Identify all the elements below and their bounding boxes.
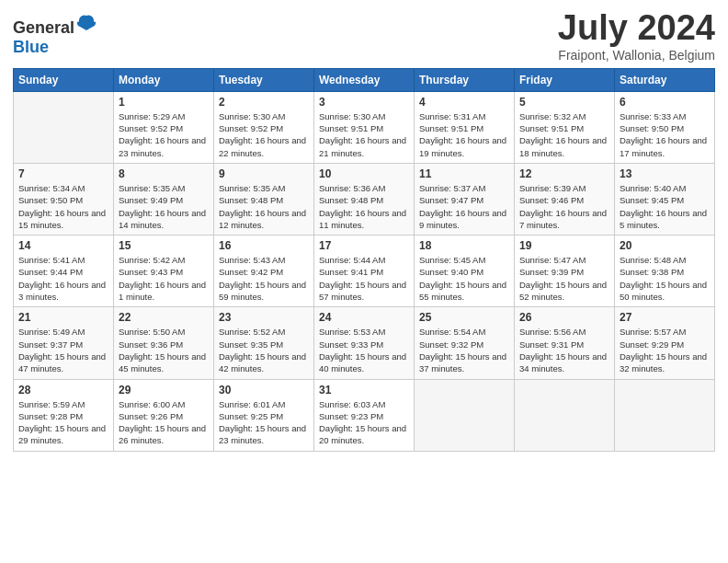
calendar-body: 1 Sunrise: 5:29 AMSunset: 9:52 PMDayligh… [14, 91, 715, 451]
calendar-cell: 30 Sunrise: 6:01 AMSunset: 9:25 PMDaylig… [214, 379, 314, 451]
header-thursday: Thursday [415, 68, 515, 91]
calendar-cell: 20 Sunrise: 5:48 AMSunset: 9:38 PMDaylig… [615, 236, 715, 307]
header-friday: Friday [515, 68, 615, 91]
main-container: General Blue July 2024 Fraipont, Walloni… [0, 0, 728, 461]
calendar-cell: 13 Sunrise: 5:40 AMSunset: 9:45 PMDaylig… [615, 163, 715, 235]
calendar-cell: 7 Sunrise: 5:34 AMSunset: 9:50 PMDayligh… [14, 163, 114, 235]
day-number: 31 [319, 384, 409, 396]
logo-text-general: General [13, 18, 74, 37]
calendar-cell: 21 Sunrise: 5:49 AMSunset: 9:37 PMDaylig… [14, 307, 114, 379]
calendar-week-4: 21 Sunrise: 5:49 AMSunset: 9:37 PMDaylig… [14, 307, 715, 379]
calendar-cell: 29 Sunrise: 6:00 AMSunset: 9:26 PMDaylig… [114, 379, 214, 451]
calendar-cell: 24 Sunrise: 5:53 AMSunset: 9:33 PMDaylig… [314, 307, 415, 379]
calendar-week-3: 14 Sunrise: 5:41 AMSunset: 9:44 PMDaylig… [14, 236, 715, 307]
day-info: Sunrise: 5:43 AMSunset: 9:42 PMDaylight:… [219, 255, 306, 302]
day-info: Sunrise: 5:45 AMSunset: 9:40 PMDaylight:… [419, 255, 506, 302]
day-info: Sunrise: 5:30 AMSunset: 9:52 PMDaylight:… [219, 111, 306, 158]
day-info: Sunrise: 5:54 AMSunset: 9:32 PMDaylight:… [419, 327, 506, 373]
day-info: Sunrise: 5:39 AMSunset: 9:46 PMDaylight:… [519, 183, 607, 230]
day-number: 10 [319, 167, 409, 180]
calendar-cell: 3 Sunrise: 5:30 AMSunset: 9:51 PMDayligh… [314, 91, 415, 163]
day-info: Sunrise: 6:00 AMSunset: 9:26 PMDaylight:… [119, 399, 206, 446]
calendar-cell: 26 Sunrise: 5:56 AMSunset: 9:31 PMDaylig… [515, 307, 615, 379]
day-info: Sunrise: 5:31 AMSunset: 9:51 PMDaylight:… [419, 111, 506, 158]
day-info: Sunrise: 5:35 AMSunset: 9:49 PMDaylight:… [119, 183, 206, 230]
day-number: 14 [18, 239, 108, 252]
day-number: 30 [219, 384, 309, 396]
header-row: Sunday Monday Tuesday Wednesday Thursday… [14, 68, 715, 91]
calendar-cell: 10 Sunrise: 5:36 AMSunset: 9:48 PMDaylig… [314, 163, 415, 235]
header-wednesday: Wednesday [314, 68, 415, 91]
day-info: Sunrise: 5:47 AMSunset: 9:39 PMDaylight:… [519, 255, 607, 302]
calendar-cell: 5 Sunrise: 5:32 AMSunset: 9:51 PMDayligh… [515, 91, 615, 163]
day-info: Sunrise: 5:32 AMSunset: 9:51 PMDaylight:… [519, 111, 607, 158]
day-info: Sunrise: 5:44 AMSunset: 9:41 PMDaylight:… [319, 255, 406, 302]
calendar-cell: 6 Sunrise: 5:33 AMSunset: 9:50 PMDayligh… [615, 91, 715, 163]
calendar-cell: 18 Sunrise: 5:45 AMSunset: 9:40 PMDaylig… [415, 236, 515, 307]
calendar-cell [615, 379, 715, 451]
day-info: Sunrise: 5:48 AMSunset: 9:38 PMDaylight:… [620, 255, 707, 302]
day-info: Sunrise: 5:59 AMSunset: 9:28 PMDaylight:… [18, 399, 106, 446]
day-number: 3 [319, 96, 409, 109]
location-subtitle: Fraipont, Wallonia, Belgium [558, 48, 715, 63]
day-info: Sunrise: 6:03 AMSunset: 9:23 PMDaylight:… [319, 399, 406, 446]
day-number: 2 [219, 96, 309, 109]
day-info: Sunrise: 5:52 AMSunset: 9:35 PMDaylight:… [219, 327, 306, 373]
day-info: Sunrise: 5:49 AMSunset: 9:37 PMDaylight:… [18, 327, 106, 373]
logo-content: General Blue [13, 13, 97, 57]
calendar-cell: 17 Sunrise: 5:44 AMSunset: 9:41 PMDaylig… [314, 236, 415, 307]
calendar-cell: 14 Sunrise: 5:41 AMSunset: 9:44 PMDaylig… [14, 236, 114, 307]
day-number: 19 [519, 239, 609, 252]
day-info: Sunrise: 5:50 AMSunset: 9:36 PMDaylight:… [119, 327, 206, 373]
calendar-cell: 22 Sunrise: 5:50 AMSunset: 9:36 PMDaylig… [114, 307, 214, 379]
calendar-cell: 1 Sunrise: 5:29 AMSunset: 9:52 PMDayligh… [114, 91, 214, 163]
day-number: 27 [620, 311, 710, 324]
day-number: 12 [519, 167, 609, 180]
calendar-cell: 15 Sunrise: 5:42 AMSunset: 9:43 PMDaylig… [114, 236, 214, 307]
day-number: 23 [219, 311, 309, 324]
day-info: Sunrise: 5:33 AMSunset: 9:50 PMDaylight:… [620, 111, 707, 158]
calendar-table: Sunday Monday Tuesday Wednesday Thursday… [13, 68, 715, 452]
header-tuesday: Tuesday [214, 68, 314, 91]
calendar-cell: 2 Sunrise: 5:30 AMSunset: 9:52 PMDayligh… [214, 91, 314, 163]
day-info: Sunrise: 5:35 AMSunset: 9:48 PMDaylight:… [219, 183, 306, 230]
calendar-cell: 8 Sunrise: 5:35 AMSunset: 9:49 PMDayligh… [114, 163, 214, 235]
day-number: 7 [18, 167, 108, 180]
day-number: 9 [219, 167, 309, 180]
title-area: July 2024 Fraipont, Wallonia, Belgium [558, 9, 715, 63]
calendar-cell: 27 Sunrise: 5:57 AMSunset: 9:29 PMDaylig… [615, 307, 715, 379]
day-number: 20 [620, 239, 710, 252]
calendar-cell: 25 Sunrise: 5:54 AMSunset: 9:32 PMDaylig… [415, 307, 515, 379]
day-number: 24 [319, 311, 409, 324]
calendar-week-2: 7 Sunrise: 5:34 AMSunset: 9:50 PMDayligh… [14, 163, 715, 235]
day-info: Sunrise: 5:41 AMSunset: 9:44 PMDaylight:… [18, 255, 106, 302]
day-number: 26 [519, 311, 609, 324]
day-number: 13 [620, 167, 710, 180]
logo-bird-icon [76, 13, 97, 33]
calendar-cell: 31 Sunrise: 6:03 AMSunset: 9:23 PMDaylig… [314, 379, 415, 451]
calendar-cell: 19 Sunrise: 5:47 AMSunset: 9:39 PMDaylig… [515, 236, 615, 307]
calendar-cell: 4 Sunrise: 5:31 AMSunset: 9:51 PMDayligh… [415, 91, 515, 163]
day-number: 11 [419, 167, 509, 180]
day-number: 22 [119, 311, 209, 324]
day-info: Sunrise: 5:34 AMSunset: 9:50 PMDaylight:… [18, 183, 106, 230]
day-number: 29 [119, 384, 209, 396]
day-info: Sunrise: 5:37 AMSunset: 9:47 PMDaylight:… [419, 183, 506, 230]
day-number: 15 [119, 239, 209, 252]
logo: General Blue [13, 13, 97, 57]
calendar-cell: 11 Sunrise: 5:37 AMSunset: 9:47 PMDaylig… [415, 163, 515, 235]
calendar-cell [14, 91, 114, 163]
calendar-week-1: 1 Sunrise: 5:29 AMSunset: 9:52 PMDayligh… [14, 91, 715, 163]
day-number: 21 [18, 311, 108, 324]
day-number: 6 [620, 96, 710, 109]
day-info: Sunrise: 5:30 AMSunset: 9:51 PMDaylight:… [319, 111, 406, 158]
calendar-week-5: 28 Sunrise: 5:59 AMSunset: 9:28 PMDaylig… [14, 379, 715, 451]
day-number: 17 [319, 239, 409, 252]
day-info: Sunrise: 6:01 AMSunset: 9:25 PMDaylight:… [219, 399, 306, 446]
calendar-cell [515, 379, 615, 451]
calendar-cell: 23 Sunrise: 5:52 AMSunset: 9:35 PMDaylig… [214, 307, 314, 379]
header-monday: Monday [114, 68, 214, 91]
day-info: Sunrise: 5:56 AMSunset: 9:31 PMDaylight:… [519, 327, 607, 373]
day-number: 18 [419, 239, 509, 252]
day-number: 4 [419, 96, 509, 109]
